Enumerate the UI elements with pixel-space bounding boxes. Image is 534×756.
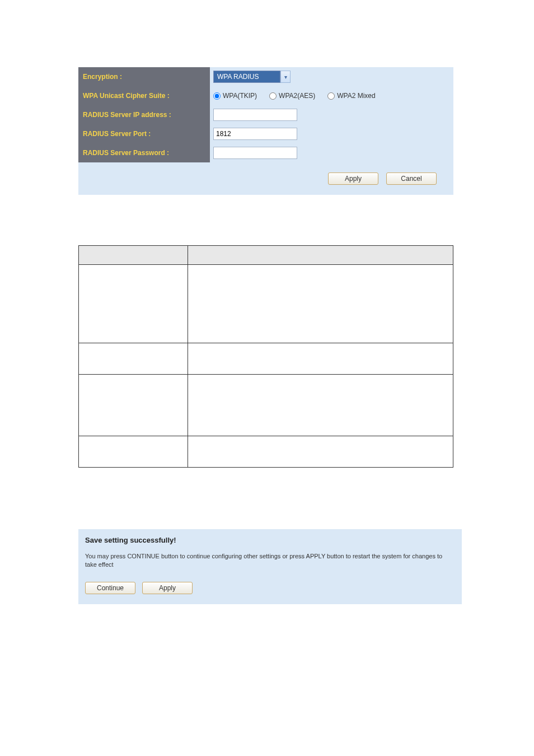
save-message: You may press CONTINUE button to continu… — [85, 552, 455, 570]
encryption-form-panel: Encryption : WPA RADIUS ▾ WPA Unicast Ci… — [78, 67, 453, 195]
continue-button[interactable]: Continue — [85, 582, 135, 594]
password-row: RADIUS Server Password : — [78, 143, 453, 162]
cipher-radio-aes[interactable] — [269, 92, 277, 100]
description-table — [78, 245, 453, 468]
ip-label: RADIUS Server IP address : — [78, 105, 210, 124]
save-buttons: Continue Apply — [85, 582, 455, 594]
cipher-radio-mixed[interactable] — [327, 92, 335, 100]
cipher-option-aes[interactable]: WPA2(AES) — [269, 92, 315, 100]
save-panel: Save setting successfully! You may press… — [78, 529, 462, 604]
table-row — [79, 343, 453, 375]
chevron-down-icon: ▾ — [280, 71, 291, 83]
port-label: RADIUS Server Port : — [78, 124, 210, 143]
table-header-2 — [188, 246, 453, 265]
table-row — [79, 436, 453, 468]
table-row — [79, 265, 453, 343]
port-input[interactable] — [213, 128, 297, 140]
encryption-select-value: WPA RADIUS — [213, 71, 280, 83]
cipher-row: WPA Unicast Cipher Suite : WPA(TKIP) WPA… — [78, 86, 453, 105]
table-row — [79, 375, 453, 436]
cipher-option-label: WPA(TKIP) — [223, 92, 257, 100]
password-label: RADIUS Server Password : — [78, 143, 210, 162]
apply-button[interactable]: Apply — [328, 172, 378, 185]
ip-row: RADIUS Server IP address : — [78, 105, 453, 124]
encryption-row: Encryption : WPA RADIUS ▾ — [78, 67, 453, 86]
cipher-label: WPA Unicast Cipher Suite : — [78, 86, 210, 105]
save-title: Save setting successfully! — [85, 536, 455, 544]
port-row: RADIUS Server Port : — [78, 124, 453, 143]
cipher-option-mixed[interactable]: WPA2 Mixed — [327, 92, 375, 100]
password-input[interactable] — [213, 147, 297, 159]
cipher-radio-tkip[interactable] — [213, 92, 221, 100]
table-header-1 — [79, 246, 188, 265]
cancel-button[interactable]: Cancel — [386, 172, 437, 185]
encryption-select[interactable]: WPA RADIUS ▾ — [213, 71, 291, 83]
cipher-option-label: WPA2(AES) — [279, 92, 315, 100]
cipher-option-tkip[interactable]: WPA(TKIP) — [213, 92, 257, 100]
cipher-option-label: WPA2 Mixed — [337, 92, 375, 100]
apply-restart-button[interactable]: Apply — [142, 582, 193, 594]
form-buttons: Apply Cancel — [78, 162, 453, 195]
ip-input[interactable] — [213, 109, 297, 121]
encryption-label: Encryption : — [78, 67, 210, 86]
